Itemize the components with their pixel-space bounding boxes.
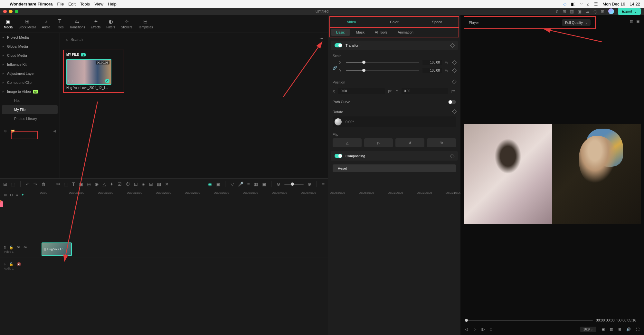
next-frame-icon[interactable]: |▷	[481, 327, 485, 331]
menu-edit[interactable]: Edit	[68, 2, 75, 6]
more-options-icon[interactable]: •••	[319, 37, 323, 41]
aspect-ratio[interactable]: 16:9 ⌄	[580, 327, 596, 332]
play-icon[interactable]: ▷	[474, 327, 476, 331]
rotate-cw-button[interactable]: ↻	[427, 138, 456, 147]
track-eye-icon[interactable]: 👁	[24, 245, 27, 250]
ruler-icon[interactable]: ≡	[16, 193, 18, 197]
scale-x-value[interactable]: 100.00	[422, 60, 442, 65]
preview-tool-icon[interactable]: ▥	[610, 327, 613, 331]
fullscreen-icon[interactable]: ⛶	[636, 327, 639, 331]
sidebar-item-image-to-video[interactable]: ▸Image to VideoAI	[0, 87, 60, 96]
search-input[interactable]	[71, 37, 119, 42]
close-window-button[interactable]	[3, 10, 7, 13]
track-lock-icon[interactable]: 🔒	[9, 262, 14, 266]
position-y-input[interactable]: 0.00	[402, 88, 448, 94]
new-folder-icon[interactable]: ⊕	[4, 129, 7, 133]
tool-media[interactable]: ▣Media	[4, 18, 13, 29]
prev-frame-icon[interactable]: ◁|	[465, 327, 469, 331]
share-icon[interactable]: ⇪	[555, 9, 559, 14]
sidebar-item-influence-kit[interactable]: ▸Influence Kit	[0, 60, 60, 69]
playhead[interactable]	[0, 200, 0, 335]
avatar[interactable]	[608, 8, 614, 14]
record-icon[interactable]: ◉	[208, 182, 212, 187]
preview-canvas[interactable]	[460, 30, 644, 317]
crop2-icon[interactable]: ▣	[79, 182, 83, 187]
scale-y-value[interactable]: 100.00	[422, 68, 442, 73]
minimize-window-button[interactable]	[9, 10, 13, 13]
menu-view[interactable]: View	[94, 2, 103, 6]
sidebar-sub-photos-library[interactable]: Photos Library	[0, 114, 60, 123]
keyframe-icon[interactable]	[450, 153, 455, 158]
speed-icon[interactable]: ⏱	[126, 182, 130, 187]
tool-icon[interactable]: ▦	[254, 182, 258, 187]
sidebar-item-compound-clip[interactable]: ▸Compound Clip	[0, 78, 60, 87]
ruler-icon[interactable]: ⊞	[4, 193, 7, 197]
keyframe-icon[interactable]	[452, 109, 457, 114]
sys-icon[interactable]: ◇	[563, 2, 566, 6]
tool-stickers[interactable]: ✧Stickers	[121, 18, 133, 29]
mic-icon[interactable]: 🎤	[238, 182, 243, 187]
search-bar[interactable]: ⌕	[63, 36, 325, 43]
spotlight-icon[interactable]: ⌕	[587, 2, 590, 6]
volume-icon[interactable]: 🔊	[626, 327, 631, 331]
text-icon[interactable]: T	[72, 182, 75, 187]
track-lock-icon[interactable]: 🔒	[9, 245, 14, 250]
menu-help[interactable]: Help	[108, 2, 117, 6]
marker-icon[interactable]: ▽	[231, 182, 234, 187]
path-curve-toggle[interactable]	[448, 100, 456, 104]
tool-icon[interactable]: ◎	[87, 182, 91, 187]
delete-icon[interactable]: 🗑	[41, 182, 46, 187]
tool-grid-icon[interactable]: ⊞	[3, 182, 7, 187]
notify-icon[interactable]: ◌	[593, 9, 597, 14]
tool-icon[interactable]: ⊡	[134, 182, 138, 187]
tool-audio[interactable]: ♪Audio	[42, 19, 50, 29]
tool-effects[interactable]: ✦Effects	[91, 18, 100, 29]
tool-icon[interactable]: ☑	[118, 182, 122, 187]
layout-icon[interactable]: ▥	[570, 9, 574, 14]
track-audio-icon[interactable]: ♪	[4, 262, 6, 266]
tool-icon[interactable]: ✦	[110, 182, 114, 187]
scale-x-slider[interactable]	[346, 62, 419, 63]
stop-icon[interactable]: □	[490, 327, 492, 331]
menu-tools[interactable]: Tools	[80, 2, 90, 6]
timeline-clip[interactable]: ▯ Hug Your Lo...	[42, 242, 72, 256]
tool-pointer-icon[interactable]: ⬚	[11, 182, 15, 187]
keyframe-icon[interactable]	[452, 60, 457, 64]
save-icon[interactable]: ⊞	[563, 9, 566, 14]
zoom-out-icon[interactable]: ⊖	[277, 182, 280, 187]
compositing-toggle[interactable]	[335, 154, 342, 158]
quality-selector[interactable]: Full Quality	[562, 19, 591, 26]
tool-icon[interactable]: △	[102, 182, 106, 187]
control-center-icon[interactable]: ☰	[594, 2, 598, 6]
sidebar-sub-my-file[interactable]: My File	[2, 105, 58, 114]
preview-tool-icon[interactable]: ▣	[601, 327, 605, 331]
position-x-input[interactable]: 0.00	[338, 88, 385, 94]
cut-icon[interactable]: ✂	[56, 182, 60, 187]
tool-icon[interactable]: ◉	[95, 182, 99, 187]
date[interactable]: Mon Dec 16	[602, 2, 625, 6]
rotate-ccw-button[interactable]: ↺	[395, 138, 424, 147]
tool-transitions[interactable]: ⇆Transitions	[69, 18, 85, 29]
apps-icon[interactable]: ⊞	[601, 9, 604, 14]
tool-filters[interactable]: ◐Filters	[106, 18, 115, 29]
subtab-mask[interactable]: Mask	[351, 28, 370, 37]
sidebar-item-global-media[interactable]: ▸Global Media	[0, 42, 60, 51]
subtab-animation[interactable]: Animation	[393, 28, 419, 37]
snapshot-icon[interactable]: ▣	[636, 19, 639, 24]
reset-button[interactable]: Reset	[333, 164, 456, 172]
tool-icon[interactable]: ▣	[262, 182, 266, 187]
undo-icon[interactable]: ↶	[26, 182, 30, 187]
menu-file[interactable]: File	[57, 2, 64, 6]
track-mute-icon[interactable]: 👁	[17, 245, 20, 250]
keyframe-icon[interactable]	[450, 43, 455, 47]
tab-speed[interactable]: Speed	[416, 17, 459, 27]
tool-icon[interactable]: ⊞	[149, 182, 153, 187]
tool-icon[interactable]: ◈	[142, 182, 145, 187]
zoom-slider[interactable]	[284, 184, 304, 185]
sidebar-item-project-media[interactable]: ▸Project Media	[0, 33, 60, 42]
preview-tool-icon[interactable]: ⊞	[618, 327, 621, 331]
options-icon[interactable]: ≡	[322, 182, 325, 187]
tool-icon[interactable]: ▧	[157, 182, 161, 187]
ruler-icon[interactable]: ⊡	[10, 193, 13, 197]
keyframe-icon[interactable]	[452, 80, 457, 84]
